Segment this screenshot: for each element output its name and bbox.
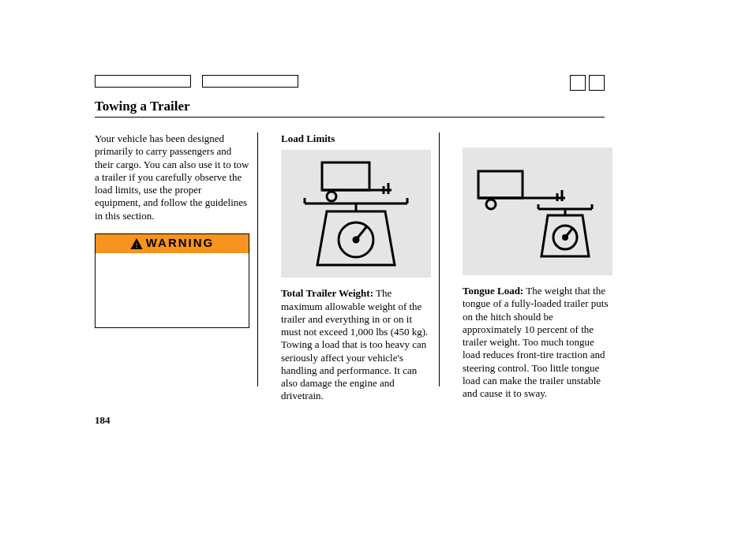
warning-triangle-icon xyxy=(130,238,143,249)
warning-header: WARNING xyxy=(96,234,249,253)
tongue-load-label: Tongue Load: xyxy=(463,285,523,297)
warning-body xyxy=(96,253,249,327)
svg-point-2 xyxy=(327,192,336,201)
column-2: Load Limits xyxy=(281,133,431,403)
column-divider xyxy=(257,133,258,386)
manual-page: Towing a Trailer Your vehicle has been d… xyxy=(0,0,753,560)
placeholder-box xyxy=(202,75,298,88)
total-trailer-weight-figure xyxy=(281,150,431,278)
spacer xyxy=(463,133,613,147)
column-3: Tongue Load: The weight that the tongue … xyxy=(463,133,613,403)
tongue-load-text: The weight that the tongue of a fully-lo… xyxy=(463,285,608,399)
warning-label: WARNING xyxy=(146,236,215,251)
title-rule xyxy=(95,117,605,118)
column-1: Your vehicle has been designed primarily… xyxy=(95,133,249,403)
tongue-load-figure xyxy=(463,147,613,275)
placeholder-square xyxy=(589,75,605,91)
svg-point-10 xyxy=(354,237,358,242)
section-heading-load-limits: Load Limits xyxy=(281,133,431,145)
placeholder-box xyxy=(95,75,191,88)
placeholder-square xyxy=(570,75,586,91)
column-divider xyxy=(439,133,440,386)
scale-tongue-icon xyxy=(463,152,613,271)
page-title: Towing a Trailer xyxy=(95,99,608,114)
svg-rect-12 xyxy=(478,171,523,198)
svg-point-22 xyxy=(564,236,568,240)
intro-paragraph: Your vehicle has been designed primarily… xyxy=(95,133,249,222)
tongue-load-paragraph: Tongue Load: The weight that the tongue … xyxy=(463,285,613,400)
svg-point-14 xyxy=(486,200,496,209)
total-trailer-weight-text: The maximum allowable weight of the trai… xyxy=(281,287,428,401)
warning-box: WARNING xyxy=(95,233,249,328)
svg-rect-0 xyxy=(322,162,369,190)
total-trailer-weight-paragraph: Total Trailer Weight: The maximum allowa… xyxy=(281,287,431,402)
scale-with-trailer-icon xyxy=(281,155,431,273)
top-placeholder-boxes xyxy=(95,75,298,88)
content-columns: Your vehicle has been designed primarily… xyxy=(95,133,605,403)
top-right-boxes xyxy=(570,75,605,91)
total-trailer-weight-label: Total Trailer Weight: xyxy=(281,287,373,299)
page-number: 184 xyxy=(95,414,111,427)
